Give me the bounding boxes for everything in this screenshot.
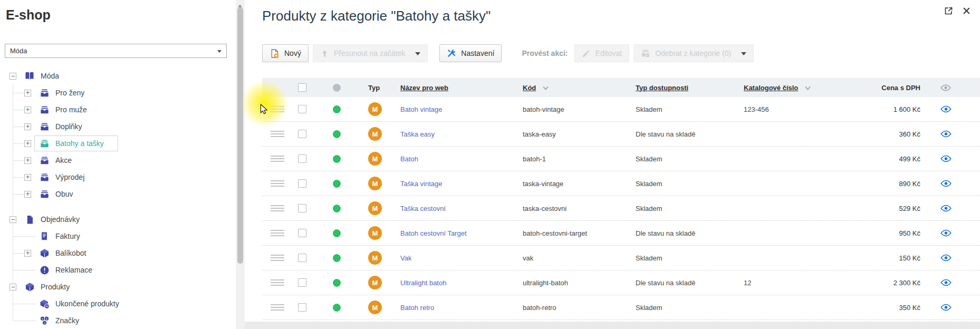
- drag-handle-icon[interactable]: [271, 230, 284, 237]
- drag-handle-icon[interactable]: [271, 279, 284, 286]
- column-availability[interactable]: Typ dostupnosti: [636, 84, 688, 92]
- sidebar-item-faktury[interactable]: Faktury: [0, 228, 236, 245]
- ended-products-icon: [39, 298, 50, 309]
- sidebar-item-balikobot[interactable]: +Balíkobot: [0, 245, 236, 262]
- row-visibility-icon[interactable]: [940, 180, 952, 187]
- row-visibility-icon[interactable]: [940, 155, 952, 162]
- category-tree: −Móda+Pro ženy+Pro muže+Doplňky+Batohy a…: [0, 67, 236, 329]
- drag-handle-icon[interactable]: [271, 205, 284, 212]
- sidebar-item-vyprodej[interactable]: +Výprodej: [0, 169, 236, 186]
- product-type-icon: M: [368, 276, 382, 289]
- sidebar-item-produkty[interactable]: −Produkty: [0, 278, 236, 295]
- column-code[interactable]: Kód: [523, 84, 536, 92]
- row-checkbox[interactable]: [298, 105, 306, 113]
- row-visibility-icon[interactable]: [940, 130, 952, 138]
- sort-chevron-icon[interactable]: [805, 86, 811, 90]
- remove-category-icon: [641, 49, 650, 58]
- caret-down-icon: [415, 52, 420, 58]
- settings-button[interactable]: Nastavení: [439, 44, 502, 62]
- column-catalog[interactable]: Katalogové číslo: [744, 84, 798, 92]
- row-checkbox[interactable]: [298, 278, 306, 287]
- sidebar-item-akce[interactable]: +Akce: [0, 152, 236, 169]
- scrollbar[interactable]: [236, 0, 245, 329]
- expand-toggle-icon[interactable]: +: [24, 123, 31, 130]
- row-checkbox[interactable]: [298, 303, 306, 312]
- row-visibility-icon[interactable]: [940, 279, 952, 286]
- row-visibility-icon[interactable]: [940, 105, 952, 113]
- product-name-link[interactable]: Vak: [400, 254, 411, 262]
- sidebar-item-batohy-a-tasky[interactable]: +Batohy a tašky: [0, 135, 236, 152]
- sidebar-item-ukoncene-produkty[interactable]: Ukončené produkty: [0, 295, 236, 312]
- product-code: batoh-retro: [523, 304, 556, 312]
- drag-handle-icon[interactable]: [271, 131, 284, 138]
- table-row: MBatoh retrobatoh-retroSkladem350 Kč: [262, 295, 980, 320]
- product-code: taska-vintage: [523, 180, 563, 188]
- product-code: ultralight-batoh: [523, 279, 568, 287]
- select-all-checkbox[interactable]: [298, 83, 306, 92]
- status-active-icon: [333, 229, 341, 237]
- product-name-link[interactable]: Batoh vintage: [400, 105, 443, 113]
- scrollbar-thumb[interactable]: [237, 7, 243, 264]
- catalog-number: 12: [744, 279, 751, 287]
- collapse-toggle-icon[interactable]: −: [9, 73, 16, 80]
- table-header: Typ Název pro web Kód Typ dostupnosti Ka…: [262, 78, 980, 97]
- sidebar-item-pro-muze[interactable]: +Pro muže: [0, 101, 236, 118]
- product-name-link[interactable]: Taška vintage: [400, 180, 443, 188]
- sidebar-item-reklamace[interactable]: Reklamace: [0, 262, 236, 278]
- collapse-toggle-icon[interactable]: −: [9, 284, 16, 291]
- drag-handle-icon[interactable]: [271, 255, 284, 262]
- expand-toggle-icon[interactable]: +: [24, 157, 31, 164]
- sidebar-item-doplnky[interactable]: +Doplňky: [0, 118, 236, 135]
- product-name-link[interactable]: Ultralight batoh: [400, 279, 446, 287]
- shop-selector-value: Móda: [10, 47, 27, 55]
- status-active-icon: [333, 279, 341, 287]
- product-name-link[interactable]: Taška cestovní: [400, 205, 446, 212]
- sidebar-item-label: Pro ženy: [55, 89, 84, 97]
- row-visibility-icon[interactable]: [940, 229, 952, 237]
- expand-toggle-icon[interactable]: +: [24, 90, 31, 96]
- row-visibility-icon[interactable]: [940, 304, 952, 311]
- expand-toggle-icon[interactable]: +: [24, 250, 31, 257]
- sidebar-item-moda[interactable]: −Móda: [0, 67, 236, 84]
- product-name-link[interactable]: Batoh cestovní Target: [400, 229, 467, 237]
- expand-toggle-icon[interactable]: +: [24, 140, 31, 147]
- sort-chevron-icon[interactable]: [543, 86, 549, 90]
- row-checkbox[interactable]: [298, 154, 306, 163]
- sidebar-item-objednavky[interactable]: −Objednávky: [0, 211, 236, 228]
- product-price: 890 Kč: [899, 180, 920, 188]
- row-checkbox[interactable]: [298, 229, 306, 237]
- row-visibility-icon[interactable]: [940, 205, 952, 212]
- column-name[interactable]: Název pro web: [400, 84, 448, 92]
- product-type-icon: M: [368, 251, 382, 265]
- row-checkbox[interactable]: [298, 254, 306, 262]
- sidebar-item-znacky[interactable]: xyzZnačky: [0, 312, 236, 329]
- open-in-new-icon[interactable]: [944, 6, 953, 15]
- row-checkbox[interactable]: [298, 179, 306, 188]
- row-checkbox[interactable]: [298, 204, 306, 212]
- sidebar-item-obuv[interactable]: +Obuv: [0, 186, 236, 202]
- drag-handle-icon[interactable]: [271, 304, 284, 311]
- drag-handle-icon[interactable]: [271, 180, 284, 187]
- sidebar-item-pro-zeny[interactable]: +Pro ženy: [0, 84, 236, 101]
- book-icon: [24, 71, 35, 81]
- expand-toggle-icon[interactable]: +: [24, 191, 31, 198]
- expand-toggle-icon[interactable]: +: [24, 174, 31, 181]
- drag-handle-icon[interactable]: [271, 156, 284, 162]
- product-name-link[interactable]: Batoh retro: [400, 304, 434, 312]
- close-icon[interactable]: [963, 7, 971, 15]
- category-icon: [39, 88, 50, 98]
- collapse-toggle-icon[interactable]: −: [9, 216, 16, 223]
- row-checkbox[interactable]: [298, 130, 306, 138]
- expand-toggle-icon[interactable]: +: [24, 107, 31, 113]
- status-column-icon: [333, 84, 341, 92]
- drag-handle-icon[interactable]: [271, 106, 284, 113]
- product-name-link[interactable]: Batoh: [400, 155, 418, 163]
- status-active-icon: [333, 254, 341, 262]
- product-name-link[interactable]: Taška easy: [400, 130, 435, 138]
- availability-type: Skladem: [636, 180, 662, 188]
- shop-selector[interactable]: Móda: [5, 44, 227, 58]
- new-button[interactable]: Nový: [262, 44, 309, 62]
- scroll-up-arrow-icon[interactable]: [238, 2, 242, 7]
- row-visibility-icon[interactable]: [940, 254, 952, 262]
- sidebar-item-label: Reklamace: [55, 266, 92, 274]
